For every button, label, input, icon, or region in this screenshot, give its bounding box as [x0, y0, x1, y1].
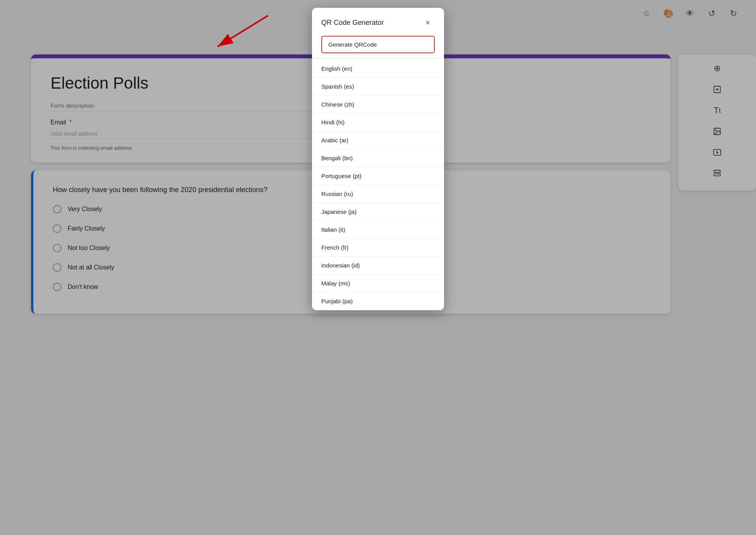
language-item-3[interactable]: Hindi (hi) [312, 114, 444, 131]
language-item-6[interactable]: Portuguese (pt) [312, 167, 444, 185]
qr-code-modal: QR Code Generator × Generate QRCode Engl… [312, 8, 444, 310]
generate-qrcode-button[interactable]: Generate QRCode [321, 36, 435, 53]
language-item-8[interactable]: Japanese (ja) [312, 203, 444, 221]
modal-close-button[interactable]: × [421, 16, 435, 30]
language-item-7[interactable]: Russian (ru) [312, 185, 444, 203]
language-item-1[interactable]: Spanish (es) [312, 78, 444, 96]
language-item-11[interactable]: Indonesian (id) [312, 257, 444, 274]
language-item-10[interactable]: French (fr) [312, 239, 444, 257]
language-item-5[interactable]: Bengali (bn) [312, 149, 444, 167]
modal-title: QR Code Generator [321, 19, 384, 27]
language-item-4[interactable]: Arabic (ar) [312, 131, 444, 149]
language-item-2[interactable]: Chinese (zh) [312, 96, 444, 114]
modal-header: QR Code Generator × [312, 8, 444, 36]
language-item-0[interactable]: English (en) [312, 60, 444, 78]
page-background: ☆ 🎨 👁 ↺ ↻ Election Polls Email * Valid e… [0, 0, 756, 535]
language-item-12[interactable]: Malay (ms) [312, 274, 444, 292]
modal-divider [312, 58, 444, 58]
language-item-13[interactable]: Punjabi (pa) [312, 292, 444, 310]
language-item-9[interactable]: Italian (it) [312, 221, 444, 239]
language-list: English (en)Spanish (es)Chinese (zh)Hind… [312, 60, 444, 310]
